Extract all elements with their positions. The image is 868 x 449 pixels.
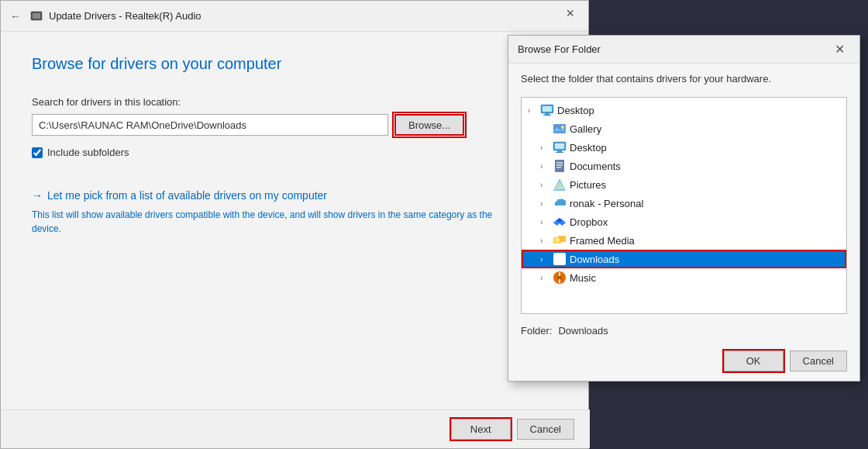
chevron-icon: › — [540, 199, 549, 208]
include-subfolders-checkbox[interactable] — [32, 147, 43, 158]
svg-rect-26 — [555, 238, 560, 242]
search-row: Browse... — [32, 114, 557, 136]
dropbox-icon — [553, 215, 567, 229]
svg-rect-14 — [555, 160, 564, 172]
tree-item-framed[interactable]: ›Framed Media — [522, 231, 846, 250]
cancel-button-dialog[interactable]: Cancel — [790, 351, 847, 371]
folder-label: Folder: — [521, 325, 552, 337]
pictures-label: Pictures — [570, 179, 606, 191]
chevron-icon: › — [528, 106, 537, 115]
link-arrow: → — [32, 189, 43, 202]
svg-rect-2 — [34, 19, 39, 20]
desktop-root-label: Desktop — [557, 105, 594, 116]
downloads-icon — [553, 252, 567, 266]
titlebar: ← Update Drivers - Realtek(R) Audio ✕ — [1, 1, 588, 32]
window-close-button[interactable]: ✕ — [553, 1, 588, 26]
folder-value: Downloads — [558, 325, 608, 337]
chevron-icon: › — [540, 274, 549, 282]
update-drivers-window: ← Update Drivers - Realtek(R) Audio ✕ Br… — [0, 0, 589, 449]
pick-driver-link[interactable]: → Let me pick from a list of available d… — [32, 189, 557, 202]
window-title: Update Drivers - Realtek(R) Audio — [49, 10, 202, 22]
svg-rect-4 — [542, 106, 552, 112]
dialog-buttons: OK Cancel — [508, 344, 859, 381]
svg-rect-6 — [543, 115, 551, 116]
driver-icon — [30, 10, 43, 22]
chevron-icon: › — [540, 181, 549, 189]
back-button[interactable]: ← — [10, 10, 21, 22]
chevron-icon: › — [540, 162, 549, 171]
documents-icon — [553, 159, 567, 173]
svg-rect-17 — [556, 167, 561, 168]
tree-item-documents[interactable]: ›Documents — [522, 157, 846, 175]
pictures-icon — [553, 178, 567, 192]
tree-item-desktop-sub[interactable]: ›Desktop — [522, 138, 846, 157]
svg-point-20 — [558, 185, 561, 188]
music-label: Music — [570, 272, 596, 284]
framed-label: Framed Media — [570, 235, 635, 247]
svg-rect-13 — [556, 152, 563, 153]
svg-point-9 — [561, 126, 564, 129]
svg-rect-29 — [556, 262, 563, 264]
path-input[interactable] — [32, 114, 388, 136]
tree-item-desktop-root[interactable]: ›Desktop — [522, 101, 846, 119]
include-subfolders-label: Include subfolders — [47, 147, 129, 158]
gallery-icon — [553, 122, 567, 136]
page-heading: Browse for drivers on your computer — [32, 55, 557, 73]
link-description: This list will show available drivers co… — [32, 208, 512, 236]
dialog-close-button[interactable]: ✕ — [828, 39, 850, 60]
svg-rect-15 — [556, 162, 563, 164]
tree-item-gallery[interactable]: Gallery — [522, 119, 846, 138]
chevron-icon: › — [540, 143, 549, 152]
browse-for-folder-dialog: Browse For Folder ✕ Select the folder th… — [508, 35, 860, 382]
svg-rect-1 — [33, 13, 40, 19]
dialog-description: Select the folder that contains drivers … — [508, 64, 859, 94]
dropbox-label: Dropbox — [570, 216, 608, 228]
update-drivers-content: Browse for drivers on your computer Sear… — [1, 32, 588, 259]
documents-label: Documents — [570, 161, 621, 172]
chevron-icon: › — [540, 237, 549, 245]
dialog-title: Browse For Folder — [518, 43, 601, 55]
gallery-label: Gallery — [570, 123, 601, 135]
search-label: Search for drivers in this location: — [32, 96, 557, 108]
svg-rect-5 — [545, 113, 549, 115]
cancel-button[interactable]: Cancel — [517, 419, 574, 440]
tree-item-ronak[interactable]: ›ronak - Personal — [522, 194, 846, 212]
folder-tree[interactable]: ›DesktopGallery›Desktop›Documents›Pictur… — [521, 97, 847, 314]
link-text: Let me pick from a list of available dri… — [47, 189, 327, 202]
chevron-icon: › — [540, 255, 549, 264]
music-icon — [553, 271, 567, 285]
svg-rect-32 — [559, 272, 560, 276]
tree-item-music[interactable]: ›Music — [522, 268, 846, 287]
desktop-sub-label: Desktop — [570, 142, 607, 154]
svg-rect-11 — [555, 143, 564, 149]
folder-row: Folder: Downloads — [508, 317, 859, 344]
framed-icon — [553, 233, 567, 247]
svg-rect-12 — [557, 150, 562, 152]
downloads-label: Downloads — [570, 254, 619, 265]
svg-rect-16 — [556, 164, 563, 166]
svg-rect-33 — [559, 279, 560, 283]
desktop-sub-icon — [553, 140, 567, 154]
dialog-titlebar: Browse For Folder ✕ — [508, 36, 859, 64]
svg-rect-7 — [553, 124, 566, 133]
tree-item-pictures[interactable]: ›Pictures — [522, 175, 846, 194]
bottom-bar: Next Cancel — [1, 409, 590, 448]
browse-button[interactable]: Browse... — [394, 114, 464, 136]
ronak-icon — [553, 196, 567, 210]
ok-button[interactable]: OK — [724, 351, 784, 371]
tree-item-downloads[interactable]: ›Downloads — [522, 250, 846, 268]
chevron-icon: › — [540, 218, 549, 226]
next-button[interactable]: Next — [451, 419, 511, 440]
desktop-root-icon — [540, 103, 554, 117]
checkbox-row: Include subfolders — [32, 147, 557, 158]
tree-item-dropbox[interactable]: ›Dropbox — [522, 212, 846, 231]
ronak-label: ronak - Personal — [570, 198, 643, 209]
